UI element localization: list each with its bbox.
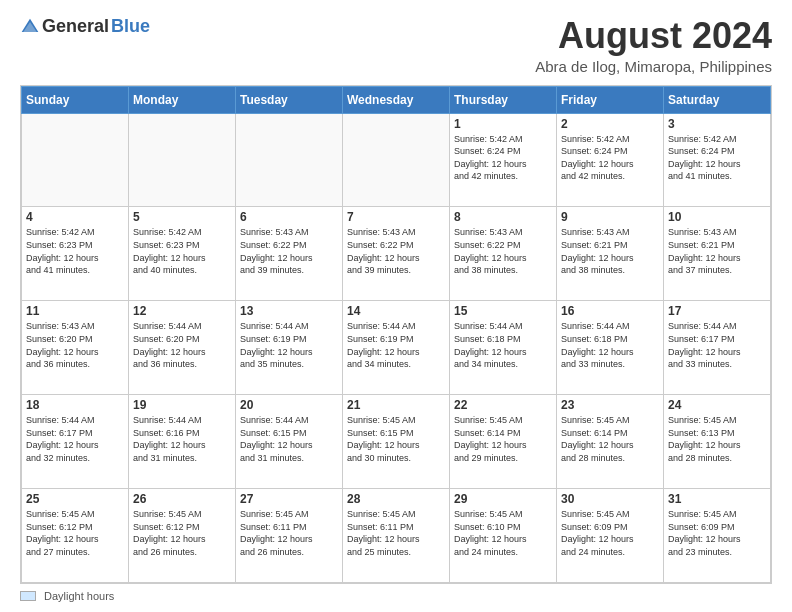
table-row (129, 113, 236, 207)
day-info: Sunrise: 5:42 AM Sunset: 6:23 PM Dayligh… (133, 226, 231, 276)
day-info: Sunrise: 5:42 AM Sunset: 6:24 PM Dayligh… (561, 133, 659, 183)
day-info: Sunrise: 5:45 AM Sunset: 6:14 PM Dayligh… (454, 414, 552, 464)
col-tuesday: Tuesday (236, 86, 343, 113)
table-row: 27Sunrise: 5:45 AM Sunset: 6:11 PM Dayli… (236, 489, 343, 583)
table-row: 31Sunrise: 5:45 AM Sunset: 6:09 PM Dayli… (664, 489, 771, 583)
day-number: 29 (454, 492, 552, 506)
day-number: 16 (561, 304, 659, 318)
col-friday: Friday (557, 86, 664, 113)
day-info: Sunrise: 5:42 AM Sunset: 6:23 PM Dayligh… (26, 226, 124, 276)
footer: Daylight hours (20, 590, 772, 602)
day-info: Sunrise: 5:45 AM Sunset: 6:11 PM Dayligh… (240, 508, 338, 558)
table-row: 2Sunrise: 5:42 AM Sunset: 6:24 PM Daylig… (557, 113, 664, 207)
day-number: 22 (454, 398, 552, 412)
day-info: Sunrise: 5:44 AM Sunset: 6:18 PM Dayligh… (454, 320, 552, 370)
day-number: 11 (26, 304, 124, 318)
table-row: 8Sunrise: 5:43 AM Sunset: 6:22 PM Daylig… (450, 207, 557, 301)
day-info: Sunrise: 5:45 AM Sunset: 6:12 PM Dayligh… (133, 508, 231, 558)
day-number: 30 (561, 492, 659, 506)
table-row: 25Sunrise: 5:45 AM Sunset: 6:12 PM Dayli… (22, 489, 129, 583)
day-info: Sunrise: 5:45 AM Sunset: 6:13 PM Dayligh… (668, 414, 766, 464)
col-thursday: Thursday (450, 86, 557, 113)
day-number: 17 (668, 304, 766, 318)
day-info: Sunrise: 5:45 AM Sunset: 6:09 PM Dayligh… (561, 508, 659, 558)
col-monday: Monday (129, 86, 236, 113)
calendar-header: Sunday Monday Tuesday Wednesday Thursday… (22, 86, 771, 113)
day-info: Sunrise: 5:44 AM Sunset: 6:15 PM Dayligh… (240, 414, 338, 464)
table-row: 20Sunrise: 5:44 AM Sunset: 6:15 PM Dayli… (236, 395, 343, 489)
day-info: Sunrise: 5:45 AM Sunset: 6:14 PM Dayligh… (561, 414, 659, 464)
day-info: Sunrise: 5:43 AM Sunset: 6:20 PM Dayligh… (26, 320, 124, 370)
table-row: 11Sunrise: 5:43 AM Sunset: 6:20 PM Dayli… (22, 301, 129, 395)
table-row: 7Sunrise: 5:43 AM Sunset: 6:22 PM Daylig… (343, 207, 450, 301)
table-row: 4Sunrise: 5:42 AM Sunset: 6:23 PM Daylig… (22, 207, 129, 301)
col-sunday: Sunday (22, 86, 129, 113)
table-row: 19Sunrise: 5:44 AM Sunset: 6:16 PM Dayli… (129, 395, 236, 489)
day-number: 15 (454, 304, 552, 318)
table-row: 13Sunrise: 5:44 AM Sunset: 6:19 PM Dayli… (236, 301, 343, 395)
day-number: 9 (561, 210, 659, 224)
table-row: 3Sunrise: 5:42 AM Sunset: 6:24 PM Daylig… (664, 113, 771, 207)
day-number: 21 (347, 398, 445, 412)
day-info: Sunrise: 5:43 AM Sunset: 6:22 PM Dayligh… (347, 226, 445, 276)
day-info: Sunrise: 5:45 AM Sunset: 6:11 PM Dayligh… (347, 508, 445, 558)
day-info: Sunrise: 5:44 AM Sunset: 6:16 PM Dayligh… (133, 414, 231, 464)
day-info: Sunrise: 5:42 AM Sunset: 6:24 PM Dayligh… (454, 133, 552, 183)
table-row: 10Sunrise: 5:43 AM Sunset: 6:21 PM Dayli… (664, 207, 771, 301)
day-info: Sunrise: 5:44 AM Sunset: 6:17 PM Dayligh… (668, 320, 766, 370)
day-number: 27 (240, 492, 338, 506)
day-number: 6 (240, 210, 338, 224)
day-info: Sunrise: 5:43 AM Sunset: 6:22 PM Dayligh… (454, 226, 552, 276)
table-row (236, 113, 343, 207)
page: General Blue August 2024 Abra de Ilog, M… (0, 0, 792, 612)
col-wednesday: Wednesday (343, 86, 450, 113)
legend-box (20, 591, 36, 601)
logo-icon (20, 17, 40, 37)
day-number: 13 (240, 304, 338, 318)
table-row: 29Sunrise: 5:45 AM Sunset: 6:10 PM Dayli… (450, 489, 557, 583)
table-row: 22Sunrise: 5:45 AM Sunset: 6:14 PM Dayli… (450, 395, 557, 489)
day-info: Sunrise: 5:43 AM Sunset: 6:22 PM Dayligh… (240, 226, 338, 276)
table-row: 14Sunrise: 5:44 AM Sunset: 6:19 PM Dayli… (343, 301, 450, 395)
day-info: Sunrise: 5:44 AM Sunset: 6:18 PM Dayligh… (561, 320, 659, 370)
table-row (343, 113, 450, 207)
day-number: 7 (347, 210, 445, 224)
day-info: Sunrise: 5:44 AM Sunset: 6:19 PM Dayligh… (240, 320, 338, 370)
day-info: Sunrise: 5:44 AM Sunset: 6:19 PM Dayligh… (347, 320, 445, 370)
table-row: 24Sunrise: 5:45 AM Sunset: 6:13 PM Dayli… (664, 395, 771, 489)
day-info: Sunrise: 5:42 AM Sunset: 6:24 PM Dayligh… (668, 133, 766, 183)
logo: General Blue (20, 16, 150, 37)
day-info: Sunrise: 5:45 AM Sunset: 6:09 PM Dayligh… (668, 508, 766, 558)
legend-label: Daylight hours (44, 590, 114, 602)
table-row (22, 113, 129, 207)
table-row: 26Sunrise: 5:45 AM Sunset: 6:12 PM Dayli… (129, 489, 236, 583)
subtitle: Abra de Ilog, Mimaropa, Philippines (535, 58, 772, 75)
day-info: Sunrise: 5:45 AM Sunset: 6:10 PM Dayligh… (454, 508, 552, 558)
day-number: 8 (454, 210, 552, 224)
day-number: 12 (133, 304, 231, 318)
day-number: 2 (561, 117, 659, 131)
table-row: 28Sunrise: 5:45 AM Sunset: 6:11 PM Dayli… (343, 489, 450, 583)
table-row: 6Sunrise: 5:43 AM Sunset: 6:22 PM Daylig… (236, 207, 343, 301)
day-number: 10 (668, 210, 766, 224)
day-number: 26 (133, 492, 231, 506)
day-number: 23 (561, 398, 659, 412)
day-number: 28 (347, 492, 445, 506)
day-number: 25 (26, 492, 124, 506)
day-number: 24 (668, 398, 766, 412)
day-info: Sunrise: 5:45 AM Sunset: 6:12 PM Dayligh… (26, 508, 124, 558)
table-row: 15Sunrise: 5:44 AM Sunset: 6:18 PM Dayli… (450, 301, 557, 395)
col-saturday: Saturday (664, 86, 771, 113)
table-row: 5Sunrise: 5:42 AM Sunset: 6:23 PM Daylig… (129, 207, 236, 301)
day-info: Sunrise: 5:43 AM Sunset: 6:21 PM Dayligh… (668, 226, 766, 276)
table-row: 23Sunrise: 5:45 AM Sunset: 6:14 PM Dayli… (557, 395, 664, 489)
header: General Blue August 2024 Abra de Ilog, M… (20, 16, 772, 75)
logo-general: General (42, 16, 109, 37)
day-number: 14 (347, 304, 445, 318)
calendar: Sunday Monday Tuesday Wednesday Thursday… (20, 85, 772, 584)
day-info: Sunrise: 5:45 AM Sunset: 6:15 PM Dayligh… (347, 414, 445, 464)
table-row: 1Sunrise: 5:42 AM Sunset: 6:24 PM Daylig… (450, 113, 557, 207)
table-row: 12Sunrise: 5:44 AM Sunset: 6:20 PM Dayli… (129, 301, 236, 395)
table-row: 17Sunrise: 5:44 AM Sunset: 6:17 PM Dayli… (664, 301, 771, 395)
table-row: 9Sunrise: 5:43 AM Sunset: 6:21 PM Daylig… (557, 207, 664, 301)
